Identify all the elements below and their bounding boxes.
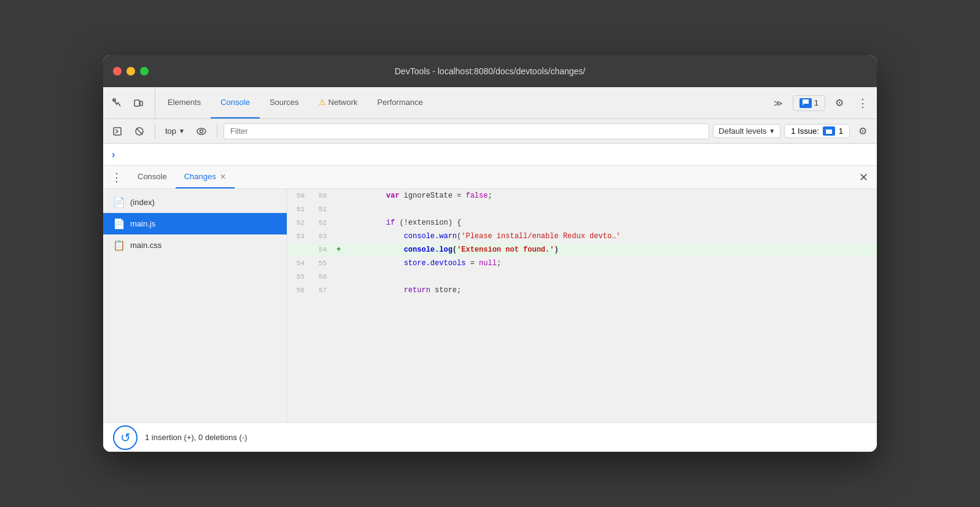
line-marker — [332, 230, 346, 243]
drawer-tabbar: ⋮ Console Changes ✕ ✕ — [103, 166, 877, 189]
chevron-down-icon: ▼ — [179, 128, 185, 134]
tab-sources[interactable]: Sources — [260, 87, 309, 118]
file-icon: 📋 — [113, 239, 125, 251]
code-diff-panel: 50 50 var ignoreState = false; 51 51 — [287, 189, 877, 422]
more-tabs-button[interactable]: ≫ — [769, 94, 788, 112]
svg-rect-2 — [140, 101, 142, 106]
line-code: if (!extension) { — [346, 216, 877, 230]
line-code: console.warn('Please install/enable Redu… — [346, 230, 877, 243]
line-num-old: 56 — [287, 284, 309, 297]
chevron-right-icon: › — [112, 149, 115, 160]
issues-button[interactable]: 1 Issue: 1 — [784, 124, 850, 138]
maximize-button[interactable] — [140, 67, 149, 75]
line-num-new: 52 — [309, 216, 332, 230]
window-title: DevTools - localhost:8080/docs/devtools/… — [395, 66, 586, 76]
tab-console[interactable]: Console — [211, 87, 260, 118]
diff-row: 52 52 if (!extension) { — [287, 216, 877, 230]
line-marker — [332, 284, 346, 297]
line-code: store.devtools = null; — [346, 257, 877, 270]
svg-point-6 — [197, 128, 206, 134]
close-changes-tab-button[interactable]: ✕ — [220, 172, 226, 181]
line-code: console.log('Extension not found.') — [346, 243, 877, 257]
diff-summary: 1 insertion (+), 0 deletions (-) — [145, 433, 247, 442]
execute-script-button[interactable] — [108, 122, 126, 141]
inspect-element-button[interactable] — [108, 94, 126, 112]
console-settings-button[interactable]: ⚙ — [854, 122, 872, 141]
warning-icon: ⚠ — [319, 98, 326, 107]
line-marker — [332, 203, 346, 216]
svg-point-7 — [200, 130, 203, 133]
filter-input[interactable] — [224, 123, 709, 139]
tab-performance[interactable]: Performance — [367, 87, 432, 118]
devtools-window: DevTools - localhost:8080/docs/devtools/… — [103, 55, 877, 452]
diff-row-added: 54 + console.log('Extension not found.') — [287, 243, 877, 257]
diff-table: 50 50 var ignoreState = false; 51 51 — [287, 189, 877, 297]
line-num-old: 53 — [287, 230, 309, 243]
tab-network[interactable]: ⚠ Network — [309, 87, 368, 118]
file-icon: 📄 — [113, 196, 125, 208]
diff-footer: ↺ 1 insertion (+), 0 deletions (-) — [103, 422, 877, 452]
line-marker — [332, 189, 346, 203]
revert-button[interactable]: ↺ — [113, 425, 138, 450]
diff-row: 55 56 — [287, 270, 877, 284]
line-num-new: 56 — [309, 270, 332, 284]
line-code: return store; — [346, 284, 877, 297]
file-item-main-css[interactable]: 📋 main.css — [103, 234, 287, 256]
line-num-old: 52 — [287, 216, 309, 230]
eye-button[interactable] — [192, 122, 211, 141]
drawer-tab-changes[interactable]: Changes ✕ — [176, 166, 235, 188]
line-marker — [332, 257, 346, 270]
separator-2 — [217, 124, 217, 139]
line-num-new: 53 — [309, 230, 332, 243]
feedback-badge-button[interactable]: 1 — [793, 95, 825, 111]
line-num-old: 54 — [287, 257, 309, 270]
titlebar: DevTools - localhost:8080/docs/devtools/… — [103, 55, 877, 87]
line-marker: + — [332, 243, 346, 257]
diff-row: 50 50 var ignoreState = false; — [287, 189, 877, 203]
main-tabbar: Elements Console Sources ⚠ Network Perfo… — [103, 87, 877, 119]
line-num-old: 50 — [287, 189, 309, 203]
inspect-tools — [108, 87, 155, 118]
log-levels-selector[interactable]: Default levels ▼ — [713, 124, 780, 138]
minimize-button[interactable] — [126, 67, 135, 75]
line-num-new: 51 — [309, 203, 332, 216]
file-item-index[interactable]: 📄 (index) — [103, 192, 287, 213]
line-num-new: 54 — [309, 243, 332, 257]
clear-console-button[interactable] — [130, 122, 149, 141]
diff-row: 53 53 console.warn('Please install/enabl… — [287, 230, 877, 243]
device-toolbar-button[interactable] — [129, 94, 147, 112]
line-num-old — [287, 243, 309, 257]
separator-1 — [155, 124, 155, 139]
close-drawer-button[interactable]: ✕ — [855, 169, 872, 186]
line-code — [346, 203, 877, 216]
traffic-lights — [113, 67, 149, 75]
context-selector[interactable]: top ▼ — [161, 125, 189, 137]
tabbar-right-actions: ≫ 1 ⚙ ⋮ — [769, 87, 872, 118]
settings-button[interactable]: ⚙ — [830, 94, 849, 112]
line-num-old: 51 — [287, 203, 309, 216]
line-code: var ignoreState = false; — [346, 189, 877, 203]
close-button[interactable] — [113, 67, 122, 75]
file-list: 📄 (index) 📄 main.js 📋 main.css — [103, 189, 287, 422]
issues-count-badge — [823, 126, 835, 135]
line-num-new: 55 — [309, 257, 332, 270]
more-options-button[interactable]: ⋮ — [854, 94, 872, 112]
svg-line-5 — [136, 128, 142, 134]
drawer-menu-button[interactable]: ⋮ — [108, 169, 125, 186]
diff-row: 51 51 — [287, 203, 877, 216]
drawer-tab-console[interactable]: Console — [129, 166, 176, 188]
console-toolbar: top ▼ Default levels ▼ 1 Issue: 1 ⚙ — [103, 119, 877, 144]
line-marker — [332, 216, 346, 230]
line-num-new: 50 — [309, 189, 332, 203]
svg-rect-1 — [134, 100, 139, 106]
chevron-down-icon: ▼ — [769, 128, 775, 134]
line-num-new: 57 — [309, 284, 332, 297]
tab-elements[interactable]: Elements — [158, 87, 211, 118]
diff-row: 54 55 store.devtools = null; — [287, 257, 877, 270]
line-marker — [332, 270, 346, 284]
console-prompt-bar[interactable]: › — [103, 144, 877, 166]
line-code — [346, 270, 877, 284]
file-item-main-js[interactable]: 📄 main.js — [103, 213, 287, 234]
line-num-old: 55 — [287, 270, 309, 284]
diff-row: 56 57 return store; — [287, 284, 877, 297]
